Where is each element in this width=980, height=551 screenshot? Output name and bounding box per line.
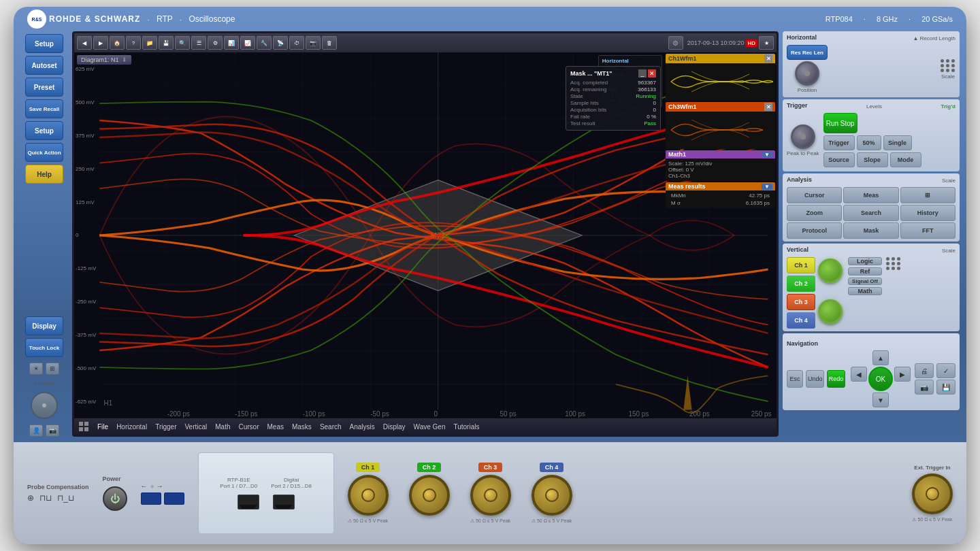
waveform-display[interactable]: Diagram1: N1 ⬇ 625 mV 500 mV 375 mV 250 … [74, 52, 777, 418]
tb-icon11[interactable]: 📷 [306, 36, 321, 50]
ch1-btn[interactable]: Ch 1 [787, 257, 815, 273]
quick-action-btn[interactable]: Quick Action [25, 143, 63, 162]
forward-btn[interactable]: ▶ [93, 36, 108, 50]
tb-icon3[interactable]: 🔍 [175, 36, 190, 50]
ch2-bnc[interactable] [409, 475, 450, 516]
undo-btn[interactable]: Undo [806, 370, 824, 388]
horizontal-knob[interactable] [795, 61, 819, 86]
tb-icon8[interactable]: 🔧 [257, 36, 272, 50]
ch1-panel-close-btn[interactable]: ✕ [764, 54, 772, 63]
mask-minimize-icon[interactable]: _ [638, 69, 647, 78]
ch1-scale-knob[interactable] [818, 258, 843, 283]
screenshot-btn[interactable]: 📷 [915, 380, 934, 395]
usb-port-2[interactable] [164, 492, 184, 505]
history-btn[interactable]: History [900, 205, 956, 221]
tb-icon12[interactable]: 🗑 [322, 36, 337, 50]
nav-left-btn[interactable]: ◀ [851, 367, 867, 382]
setup2-btn[interactable]: Setup [25, 121, 63, 140]
math-btn[interactable]: Math [848, 287, 882, 295]
ch3-panel-close-btn[interactable]: ✕ [764, 103, 772, 111]
50pct-btn[interactable]: 50% [857, 135, 881, 150]
single-btn[interactable]: Single [883, 135, 912, 150]
ref-btn[interactable]: Ref [848, 267, 882, 276]
zoom-btn[interactable]: Zoom [787, 205, 842, 221]
star-icon[interactable]: ★ [759, 36, 774, 50]
display-btn[interactable]: Display [25, 316, 63, 335]
redo-btn[interactable]: Redo [827, 370, 845, 388]
ch3-bnc[interactable] [470, 475, 511, 516]
setup-btn[interactable]: Setup [25, 34, 63, 53]
menu-cursor[interactable]: Cursor [235, 418, 263, 435]
hdmi-port-2[interactable] [273, 495, 295, 510]
help-btn[interactable]: Help [25, 165, 63, 184]
save-recall-btn[interactable]: Save Recall [25, 99, 63, 118]
source-btn[interactable]: Source [823, 152, 855, 167]
protocol-btn[interactable]: Protocol [787, 222, 842, 239]
menu-analysis[interactable]: Analysis [346, 418, 379, 435]
menu-file[interactable]: File [93, 418, 112, 435]
user-icon[interactable]: 👤 [29, 424, 43, 437]
trigger-level-knob[interactable] [791, 124, 815, 149]
tb-icon9[interactable]: 📡 [273, 36, 288, 50]
search-btn[interactable]: Search [843, 205, 898, 221]
menu-vertical[interactable]: Vertical [180, 418, 211, 435]
menu-horizontal[interactable]: Horizontal [112, 418, 151, 435]
esc-btn[interactable]: Esc [787, 370, 803, 388]
tb-icon10[interactable]: ⏱ [289, 36, 304, 50]
mode-btn[interactable]: Mode [890, 152, 921, 167]
bright-down-icon[interactable]: ☀ [29, 363, 43, 375]
tb-icon5[interactable]: ⚙ [208, 36, 223, 50]
ch2-btn[interactable]: Ch 2 [787, 276, 815, 292]
tb-icon6[interactable]: 📊 [224, 36, 239, 50]
preset-btn[interactable]: Preset [25, 78, 63, 97]
apps-btn[interactable]: ⊞ [900, 187, 956, 203]
nav-up-btn[interactable]: ▲ [872, 350, 889, 365]
meas-collapse-btn[interactable]: ▼ [762, 184, 772, 190]
ext-trigger-bnc[interactable] [912, 473, 953, 514]
screen-icon[interactable]: ⊞ [46, 363, 59, 375]
ch4-bnc[interactable] [532, 475, 572, 516]
settings-gear-icon[interactable]: ⚙ [668, 36, 683, 50]
power-btn[interactable]: ⏻ [103, 486, 127, 511]
tb-icon2[interactable]: 💾 [159, 36, 174, 50]
logic-btn[interactable]: Logic [848, 257, 882, 265]
menu-trigger[interactable]: Trigger [151, 418, 180, 435]
ch4-btn[interactable]: Ch 4 [787, 312, 815, 329]
save2-btn[interactable]: 💾 [936, 380, 956, 395]
screen-capture-icon[interactable]: 📷 [46, 424, 59, 437]
menu-search[interactable]: Search [316, 418, 346, 435]
slope-btn[interactable]: Slope [857, 152, 888, 167]
check-btn[interactable]: ✓ [936, 363, 956, 378]
ch1-bnc[interactable] [348, 475, 389, 516]
menu-tutorials[interactable]: Tutorials [449, 418, 483, 435]
meas-btn[interactable]: Meas [843, 187, 898, 203]
help-tb-icon[interactable]: ? [126, 36, 141, 50]
menu-masks[interactable]: Masks [288, 418, 316, 435]
tb-icon4[interactable]: ☰ [191, 36, 206, 50]
menu-grid-icon[interactable] [77, 420, 91, 433]
nav-ok-btn[interactable]: OK [868, 367, 893, 391]
print-btn[interactable]: 🖨 [915, 363, 934, 378]
tb-icon7[interactable]: 📈 [240, 36, 255, 50]
tb-icon1[interactable]: 📁 [142, 36, 157, 50]
cursor-btn[interactable]: Cursor [787, 187, 842, 203]
intensity-knob[interactable] [31, 392, 58, 419]
hdmi-port-1[interactable] [238, 495, 259, 510]
menu-math[interactable]: Math [211, 418, 234, 435]
mask-btn[interactable]: Mask [843, 222, 898, 239]
signal-off-btn[interactable]: Signal Off [848, 278, 882, 285]
usb-port-1[interactable] [141, 492, 161, 505]
math1-collapse-btn[interactable]: ▼ [762, 152, 772, 158]
run-stop-btn[interactable]: Run Stop [823, 113, 858, 133]
ch3-btn[interactable]: Ch 3 [787, 294, 815, 310]
nav-down-btn[interactable]: ▼ [872, 393, 889, 407]
mask-close-btn[interactable]: ✕ [648, 69, 656, 78]
trigger-btn[interactable]: Trigger [823, 135, 855, 150]
menu-wavegen[interactable]: Wave Gen [410, 418, 450, 435]
back-btn[interactable]: ◀ [77, 36, 92, 50]
res-rec-len-btn[interactable]: Res Rec Len [787, 45, 828, 60]
menu-display[interactable]: Display [379, 418, 410, 435]
autoset-btn[interactable]: Autoset [25, 56, 63, 75]
home-btn[interactable]: 🏠 [110, 36, 125, 50]
nav-right-btn[interactable]: ▶ [894, 367, 911, 382]
